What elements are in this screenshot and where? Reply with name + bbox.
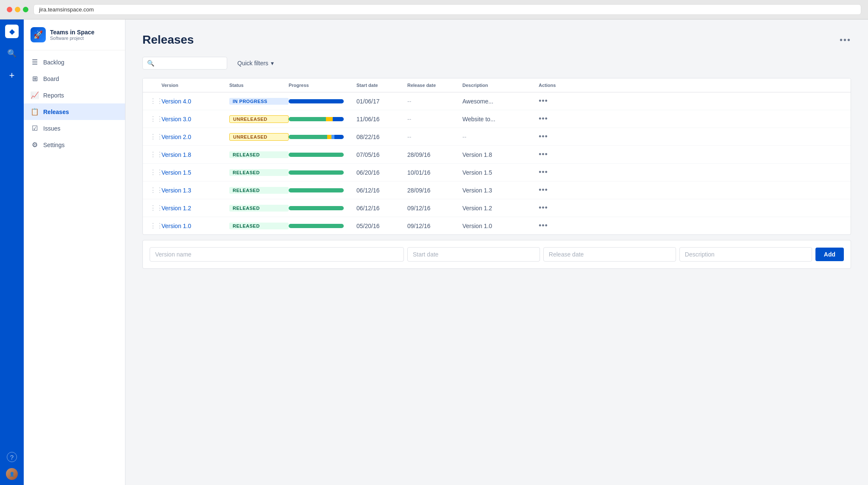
drag-handle[interactable]: ⋮⋮ (150, 168, 161, 176)
main-content: Releases ••• 🔍 Quick filters ▾ Version S… (125, 20, 868, 485)
page-more-actions[interactable]: ••• (840, 35, 851, 45)
release-date-cell: 09/12/16 (407, 205, 462, 212)
row-actions-button[interactable]: ••• (539, 203, 573, 212)
row-actions-button[interactable]: ••• (539, 97, 573, 106)
user-avatar[interactable]: 👤 (6, 468, 18, 480)
table-row[interactable]: ⋮⋮ Version 3.0 UNRELEASED 11/06/16 -- We… (143, 110, 851, 128)
table-row[interactable]: ⋮⋮ Version 1.8 RELEASED 07/05/16 28/09/1… (143, 146, 851, 164)
create-icon[interactable]: + (5, 69, 19, 82)
table-row[interactable]: ⋮⋮ Version 1.2 RELEASED 06/12/16 09/12/1… (143, 199, 851, 217)
status-badge: UNRELEASED (229, 133, 289, 141)
sidebar-item-reports[interactable]: 📈 Reports (24, 87, 125, 103)
sidebar-item-releases[interactable]: 📋 Releases (24, 103, 125, 120)
description-cell: Version 1.3 (462, 187, 539, 194)
close-button[interactable] (7, 7, 12, 12)
table-body: ⋮⋮ Version 4.0 IN PROGRESS 01/06/17 -- A… (143, 92, 851, 234)
release-date-cell: 09/12/16 (407, 223, 462, 229)
col-drag (150, 83, 161, 88)
progress-segment (289, 135, 327, 139)
table-row[interactable]: ⋮⋮ Version 1.0 RELEASED 05/20/16 09/12/1… (143, 217, 851, 234)
version-name[interactable]: Version 1.8 (161, 151, 229, 158)
version-name[interactable]: Version 2.0 (161, 134, 229, 140)
row-actions-button[interactable]: ••• (539, 221, 573, 230)
drag-handle[interactable]: ⋮⋮ (150, 186, 161, 194)
add-button[interactable]: Add (815, 248, 844, 261)
help-icon[interactable]: ? (7, 452, 17, 462)
row-actions-button[interactable]: ••• (539, 150, 573, 159)
progress-segment (326, 117, 333, 121)
row-actions-button[interactable]: ••• (539, 186, 573, 195)
progress-bar (289, 188, 344, 192)
sidebar: 🚀 Teams in Space Software project ☰ Back… (24, 20, 125, 485)
release-date-cell: 28/09/16 (407, 151, 462, 158)
sidebar-item-label: Releases (43, 109, 69, 115)
progress-cell (289, 135, 356, 139)
description-cell: Awesome... (462, 98, 539, 105)
app: ◆ 🔍 + ? 👤 🚀 Teams in Space Software proj… (0, 20, 868, 485)
sidebar-item-board[interactable]: ⊞ Board (24, 70, 125, 87)
start-date-cell: 08/22/16 (356, 134, 407, 140)
drag-handle[interactable]: ⋮⋮ (150, 97, 161, 105)
progress-cell (289, 206, 356, 210)
page-title: Releases (142, 33, 194, 47)
browser-chrome: jira.teamsinspace.com (0, 0, 868, 20)
search-icon: 🔍 (147, 60, 154, 67)
version-name[interactable]: Version 1.3 (161, 187, 229, 194)
quick-filters-button[interactable]: Quick filters ▾ (232, 57, 279, 69)
description-dash: -- (462, 134, 539, 140)
drag-handle[interactable]: ⋮⋮ (150, 115, 161, 123)
release-date-dash: -- (407, 116, 462, 123)
progress-segment (289, 153, 344, 157)
version-name[interactable]: Version 1.5 (161, 169, 229, 176)
project-header: 🚀 Teams in Space Software project (24, 20, 125, 50)
status-badge: RELEASED (229, 223, 289, 229)
row-actions-button[interactable]: ••• (539, 132, 573, 141)
sidebar-item-settings[interactable]: ⚙ Settings (24, 137, 125, 153)
progress-cell (289, 170, 356, 175)
table-row[interactable]: ⋮⋮ Version 1.5 RELEASED 06/20/16 10/01/1… (143, 164, 851, 181)
col-status: Status (229, 83, 289, 88)
sidebar-item-label: Backlog (43, 59, 64, 66)
drag-handle[interactable]: ⋮⋮ (150, 151, 161, 159)
table-row[interactable]: ⋮⋮ Version 4.0 IN PROGRESS 01/06/17 -- A… (143, 92, 851, 110)
table-row[interactable]: ⋮⋮ Version 1.3 RELEASED 06/12/16 28/09/1… (143, 181, 851, 199)
drag-handle[interactable]: ⋮⋮ (150, 222, 161, 230)
sidebar-item-issues[interactable]: ☑ Issues (24, 120, 125, 137)
progress-segment (327, 135, 331, 139)
version-name[interactable]: Version 4.0 (161, 98, 229, 105)
start-date-cell: 05/20/16 (356, 223, 407, 229)
col-start-date: Start date (356, 83, 407, 88)
progress-cell (289, 224, 356, 228)
progress-segment (334, 135, 344, 139)
progress-cell (289, 117, 356, 121)
row-actions-button[interactable]: ••• (539, 168, 573, 177)
version-name[interactable]: Version 1.0 (161, 223, 229, 229)
version-name[interactable]: Version 3.0 (161, 116, 229, 123)
sidebar-item-backlog[interactable]: ☰ Backlog (24, 54, 125, 70)
search-box[interactable]: 🔍 (142, 57, 227, 70)
minimize-button[interactable] (15, 7, 20, 12)
app-logo[interactable]: ◆ (5, 25, 19, 38)
start-date-cell: 01/06/17 (356, 98, 407, 105)
status-badge: RELEASED (229, 151, 289, 158)
row-actions-button[interactable]: ••• (539, 114, 573, 123)
drag-handle[interactable]: ⋮⋮ (150, 204, 161, 212)
col-description: Description (462, 83, 539, 88)
description-input[interactable] (679, 247, 812, 262)
description-cell: Version 1.5 (462, 169, 539, 176)
start-date-input[interactable] (407, 247, 540, 262)
drag-handle[interactable]: ⋮⋮ (150, 133, 161, 141)
maximize-button[interactable] (23, 7, 28, 12)
address-bar[interactable]: jira.teamsinspace.com (33, 4, 861, 15)
sidebar-item-label: Board (43, 75, 59, 82)
global-search-icon[interactable]: 🔍 (5, 47, 19, 60)
search-input[interactable] (158, 60, 223, 67)
progress-bar (289, 99, 344, 103)
table-row[interactable]: ⋮⋮ Version 2.0 UNRELEASED 08/22/16 -- --… (143, 128, 851, 146)
progress-bar (289, 135, 344, 139)
version-name-input[interactable] (150, 247, 404, 262)
version-name[interactable]: Version 1.2 (161, 205, 229, 212)
release-date-input[interactable] (543, 247, 676, 262)
chevron-down-icon: ▾ (271, 60, 274, 67)
filters-row: 🔍 Quick filters ▾ (142, 57, 851, 70)
